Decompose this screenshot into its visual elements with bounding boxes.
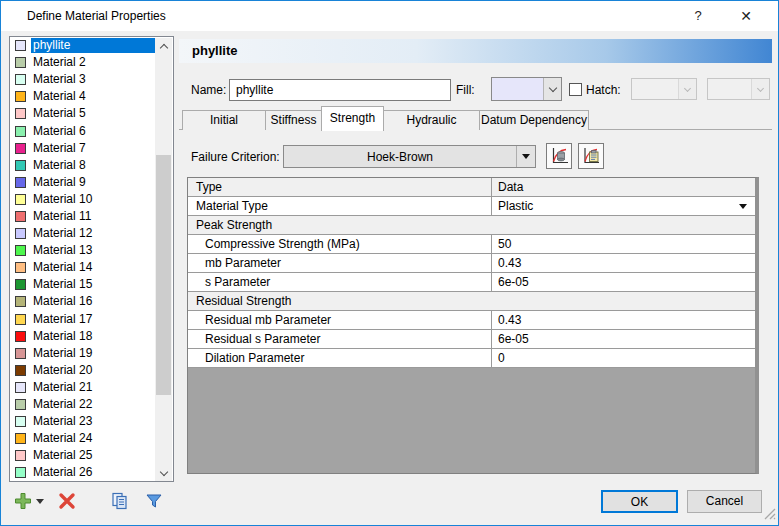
hatch-color-dropdown xyxy=(707,78,770,100)
material-color-swatch xyxy=(15,467,26,478)
property-label-cell: s Parameter xyxy=(188,273,492,291)
material-list-item[interactable]: Material 24 xyxy=(10,430,173,447)
property-label-cell: Residual s Parameter xyxy=(188,330,492,348)
name-input[interactable] xyxy=(229,79,451,101)
material-list-item[interactable]: Material 8 xyxy=(10,157,173,174)
material-list-item[interactable]: Material 13 xyxy=(10,242,173,259)
resize-grip[interactable] xyxy=(764,508,776,523)
material-list-item[interactable]: Material 5 xyxy=(10,105,173,122)
copy-material-icon[interactable] xyxy=(109,490,131,512)
property-value-cell[interactable]: 0 xyxy=(492,349,755,367)
delete-material-x-icon[interactable] xyxy=(56,490,78,512)
material-color-swatch xyxy=(15,262,26,273)
table-row: Residual mb Parameter0.43 xyxy=(188,311,755,330)
material-list-item[interactable]: Material 7 xyxy=(10,140,173,157)
property-value-cell[interactable]: 6e-05 xyxy=(492,330,755,348)
lab-data-chart-button[interactable] xyxy=(546,143,572,169)
material-color-swatch xyxy=(15,296,26,307)
section-row: Residual Strength xyxy=(188,292,755,311)
material-name: phyllite xyxy=(31,38,155,53)
tab-initial-conditions[interactable]: Initial Conditions xyxy=(182,110,266,130)
material-list-item[interactable]: Material 6 xyxy=(10,122,173,139)
material-list-item[interactable]: Material 14 xyxy=(10,259,173,276)
material-list-item[interactable]: Material 16 xyxy=(10,293,173,310)
material-color-swatch xyxy=(15,228,26,239)
failure-criterion-dropdown[interactable]: Hoek-Brown xyxy=(283,145,536,168)
fill-label: Fill: xyxy=(456,79,475,101)
material-list-item[interactable]: Material 9 xyxy=(10,174,173,191)
material-name: Material 11 xyxy=(31,209,155,224)
ok-button[interactable]: OK xyxy=(601,490,678,513)
material-list-item[interactable]: Material 23 xyxy=(10,413,173,430)
property-value-cell[interactable]: Plastic xyxy=(492,197,755,215)
material-list-item[interactable]: Material 15 xyxy=(10,276,173,293)
material-color-swatch xyxy=(15,177,26,188)
scroll-up-icon[interactable] xyxy=(155,38,172,55)
chevron-down-icon[interactable] xyxy=(739,204,747,209)
material-list-item[interactable]: Material 20 xyxy=(10,362,173,379)
table-header-row: TypeData xyxy=(188,178,755,197)
material-list-item[interactable]: phyllite xyxy=(10,37,173,54)
material-list-item[interactable]: Material 2 xyxy=(10,54,173,71)
tab-strength[interactable]: Strength xyxy=(321,106,384,131)
help-icon[interactable]: ? xyxy=(680,1,716,31)
material-name: Material 13 xyxy=(31,243,155,258)
material-list-item[interactable]: Material 26 xyxy=(10,464,173,481)
material-list-item[interactable]: Material 3 xyxy=(10,71,173,88)
material-list-item[interactable]: Material 4 xyxy=(10,88,173,105)
property-value-cell[interactable]: 0.43 xyxy=(492,254,755,272)
property-value-cell[interactable]: 50 xyxy=(492,235,755,253)
chevron-down-icon xyxy=(678,79,696,99)
table-row: mb Parameter0.43 xyxy=(188,254,755,273)
material-color-swatch xyxy=(15,365,26,376)
material-color-swatch xyxy=(15,331,26,342)
tab-datum-dependency[interactable]: Datum Dependency xyxy=(479,110,589,130)
material-color-swatch xyxy=(15,126,26,137)
material-list-toolbar xyxy=(1,487,179,517)
material-name: Material 3 xyxy=(31,72,155,87)
material-color-swatch xyxy=(15,314,26,325)
material-name: Material 24 xyxy=(31,431,155,446)
material-name: Material 18 xyxy=(31,329,155,344)
property-value: 6e-05 xyxy=(498,273,755,291)
material-list-item[interactable]: Material 11 xyxy=(10,208,173,225)
add-material-plus-icon[interactable] xyxy=(12,490,34,512)
material-name: Material 16 xyxy=(31,294,155,309)
material-list-item[interactable]: Material 17 xyxy=(10,311,173,328)
cancel-button[interactable]: Cancel xyxy=(687,490,762,513)
section-row: Peak Strength xyxy=(188,216,755,235)
close-icon[interactable]: ✕ xyxy=(728,1,764,31)
material-list-item[interactable]: Material 10 xyxy=(10,191,173,208)
material-list-item[interactable]: Material 22 xyxy=(10,396,173,413)
property-value-cell[interactable]: 6e-05 xyxy=(492,273,755,291)
property-label-cell: Compressive Strength (MPa) xyxy=(188,235,492,253)
material-list-item[interactable]: Material 18 xyxy=(10,328,173,345)
filter-materials-icon[interactable] xyxy=(143,490,165,512)
property-label-cell: Residual mb Parameter xyxy=(188,311,492,329)
chevron-down-icon xyxy=(543,78,561,100)
table-row: Material TypePlastic xyxy=(188,197,755,216)
copy-strength-parameters-button[interactable] xyxy=(578,143,604,169)
hatch-checkbox[interactable] xyxy=(569,83,582,96)
material-list-item[interactable]: Material 12 xyxy=(10,225,173,242)
material-list-item[interactable]: Material 25 xyxy=(10,447,173,464)
define-material-properties-dialog: Define Material Properties ? ✕ phylliteM… xyxy=(0,0,779,526)
fill-color-dropdown[interactable] xyxy=(491,77,562,101)
material-list-item[interactable]: Material 19 xyxy=(10,345,173,362)
scroll-down-icon[interactable] xyxy=(155,465,172,482)
material-color-swatch xyxy=(15,245,26,256)
scrollbar-thumb[interactable] xyxy=(156,155,171,395)
tab-hydraulic-properties[interactable]: Hydraulic Properties xyxy=(383,110,480,130)
material-name: Material 4 xyxy=(31,89,155,104)
selected-material-header: phyllite xyxy=(179,39,772,63)
table-row: Compressive Strength (MPa)50 xyxy=(188,235,755,254)
material-name: Material 19 xyxy=(31,346,155,361)
table-row: s Parameter6e-05 xyxy=(188,273,755,292)
add-material-dropdown-icon[interactable] xyxy=(33,490,47,512)
material-color-swatch xyxy=(15,74,26,85)
material-list-item[interactable]: Material 21 xyxy=(10,379,173,396)
property-value-cell[interactable]: 0.43 xyxy=(492,311,755,329)
material-name: Material 15 xyxy=(31,277,155,292)
material-list-scrollbar[interactable] xyxy=(155,38,172,482)
tab-stiffness[interactable]: Stiffness xyxy=(265,110,322,130)
